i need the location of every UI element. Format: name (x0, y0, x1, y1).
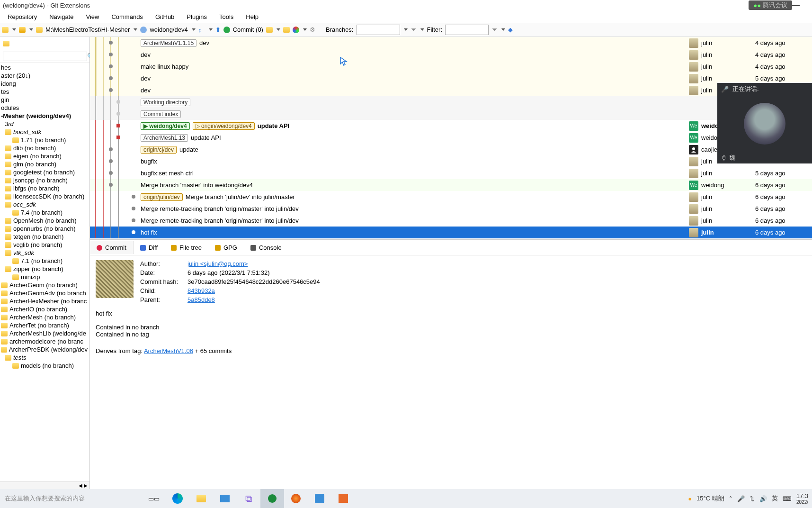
commit-row[interactable]: devjulin (90, 84, 812, 96)
tray-chevron-icon[interactable]: ˄ (729, 495, 732, 502)
task-view-icon[interactable]: ▭▭ (142, 489, 166, 508)
tab-commit[interactable]: Commit (90, 241, 134, 254)
tree-node[interactable]: aster (20↓) (0, 72, 89, 80)
tree-node[interactable]: ArcherIO (no branch) (0, 305, 89, 313)
tree-node[interactable]: vcglib (no branch) (0, 241, 89, 249)
tree-node[interactable]: zipper (no branch) (0, 265, 89, 273)
tree-search-input[interactable] (3, 52, 87, 61)
explorer-icon[interactable] (189, 489, 213, 508)
tree-node[interactable]: idong (0, 80, 89, 88)
tray-volume-icon[interactable]: 🔊 (759, 495, 767, 502)
tree-node[interactable]: glm (no branch) (0, 160, 89, 168)
ref-tag[interactable]: origin/cj/dev (141, 146, 177, 154)
tree-node[interactable]: tes (0, 88, 89, 96)
menu-github[interactable]: GitHub (150, 11, 180, 22)
refresh-color-icon[interactable] (293, 27, 299, 33)
tree-node[interactable]: ArcherHexMesher (no branc (0, 297, 89, 305)
tree-node[interactable]: -Mesher (weidong/dev4) (0, 112, 89, 120)
tree-node[interactable]: 7.1 (no branch) (0, 257, 89, 265)
tree-node[interactable]: boost_sdk (0, 128, 89, 136)
keyboard-icon[interactable]: ⌨ (783, 495, 792, 502)
tree-node[interactable]: minizip (0, 273, 89, 281)
tree-node[interactable]: ArcherMesh (no branch) (0, 313, 89, 321)
tree-node[interactable]: jsoncpp (no branch) (0, 176, 89, 184)
tree-node[interactable]: opennurbs (no branch) (0, 225, 89, 233)
tree-root-icon[interactable] (3, 41, 9, 46)
commit-row[interactable]: Merge remote-tracking branch 'origin/mas… (90, 215, 812, 227)
menu-plugins[interactable]: Plugins (181, 11, 213, 22)
ref-tag[interactable]: ▶ weidong/dev4 (141, 122, 190, 130)
ref-tag[interactable]: ▷ origin/weidong/dev4 (193, 122, 255, 130)
commit-row[interactable]: origin/cj/devupdatecaojie199 (90, 144, 812, 155)
tree-node[interactable]: gin (0, 96, 89, 104)
tree-node[interactable]: googletest (no branch) (0, 168, 89, 176)
settings-gear-icon[interactable]: ⚙ (310, 26, 315, 33)
tray-mic-icon[interactable]: 🎤 (737, 495, 745, 502)
tree-node[interactable]: occ_sdk (0, 200, 89, 209)
tree-node[interactable]: ArcherPreSDK (weidong/dev (0, 345, 89, 354)
derives-tag-link[interactable]: ArcherMeshV1.06 (144, 347, 193, 354)
commit-row[interactable]: Merge remote-tracking branch 'origin/mas… (90, 203, 812, 215)
clock-time[interactable]: 17:3 (796, 492, 808, 499)
commit-row[interactable]: Merge branch 'master' into weidong/dev4W… (90, 179, 812, 191)
tree-node[interactable]: models (no branch) (0, 362, 89, 370)
commit-list[interactable]: ArcherMeshV1.1.15devjulin4 days agodevju… (90, 37, 812, 239)
value-author[interactable]: julin <sjulin@qq.com> (187, 260, 320, 267)
tree-node[interactable]: dlib (no branch) (0, 144, 89, 152)
value-parent[interactable]: 5a85dde8 (187, 296, 320, 303)
commit-row[interactable]: ArcherMeshV1.1.15devjulin4 days ago (90, 37, 812, 49)
edge-icon[interactable] (166, 489, 189, 508)
ref-tag[interactable]: Commit index (141, 110, 181, 118)
menu-navigate[interactable]: Navigate (44, 11, 79, 22)
branches-input[interactable] (357, 25, 400, 35)
menu-view[interactable]: View (80, 11, 105, 22)
globe-icon[interactable] (140, 27, 147, 33)
repo-tree[interactable]: hesaster (20↓)idongtesginodules-Mesher (… (0, 63, 89, 481)
commit-row[interactable]: ArcherMesh1.13update APIWeweidong (90, 132, 812, 144)
tab-gpg[interactable]: GPG (208, 241, 244, 254)
tab-diff[interactable]: Diff (134, 241, 164, 254)
commit-row[interactable]: devjulin4 days ago (90, 49, 812, 61)
tab-file-tree[interactable]: File tree (164, 241, 208, 254)
commit-row[interactable]: bugfix:set mesh ctrljulin5 days ago (90, 167, 812, 179)
ref-tag[interactable]: ArcherMeshV1.1.15 (141, 39, 196, 47)
menu-help[interactable]: Help (240, 11, 264, 22)
tree-node[interactable]: tetgen (no branch) (0, 233, 89, 241)
visual-studio-icon[interactable]: ⧉ (237, 489, 260, 508)
commit-row[interactable]: bugfixjulin (90, 155, 812, 167)
tree-node[interactable]: ArcherGeom (no branch) (0, 281, 89, 289)
filter-funnel2-icon[interactable]: ⏷ (491, 26, 498, 33)
tree-node[interactable]: 3rd (0, 120, 89, 128)
open-icon[interactable] (2, 27, 9, 33)
tree-node[interactable]: OpenMesh (no branch) (0, 217, 89, 225)
tree-node[interactable]: ArcherMeshLib (weidong/de (0, 329, 89, 337)
ime-indicator[interactable]: 英 (772, 494, 778, 503)
tree-node[interactable]: tests (0, 354, 89, 362)
filter-funnel-icon[interactable]: ⏷ (410, 26, 417, 33)
tree-node[interactable]: archermodelcore (no branc (0, 337, 89, 345)
repo-path[interactable]: M:\MeshElectroTest\HI-Mesher (45, 26, 130, 33)
commit-row[interactable]: Commit index (90, 108, 812, 120)
commit-button[interactable]: Commit (0) (233, 26, 263, 33)
minimize-button[interactable]: — (792, 1, 809, 9)
commit-row[interactable]: Working directory (90, 96, 812, 108)
tree-node[interactable]: licenseccSDK (no branch) (0, 192, 89, 200)
commit-row[interactable]: devjulin5 days ago (90, 73, 812, 84)
nav-icon[interactable] (19, 27, 26, 33)
branch-name[interactable]: weidong/dev4 (150, 26, 187, 33)
clock-date[interactable]: 2022/ (796, 499, 808, 505)
tree-horizontal-scroll[interactable]: ◀ ▶ (0, 481, 89, 489)
filter-input[interactable] (445, 25, 489, 35)
tree-node[interactable]: eigen (no branch) (0, 152, 89, 160)
menu-tools[interactable]: Tools (214, 11, 239, 22)
tencent-meeting-icon[interactable] (308, 489, 331, 508)
tree-node[interactable]: odules (0, 104, 89, 112)
browse-icon[interactable] (283, 27, 290, 33)
ref-tag[interactable]: ArcherMesh1.13 (141, 134, 188, 142)
ref-tag[interactable]: origin/julin/dev (141, 193, 183, 201)
branch-icon[interactable]: ↕ (198, 27, 205, 33)
tree-node[interactable]: lbfgs (no branch) (0, 184, 89, 192)
tree-node[interactable]: hes (0, 64, 89, 72)
taskbar-search[interactable]: 在这里输入你想要搜索的内容 (0, 494, 142, 503)
tencent-meeting-overlay[interactable]: 🎤 正在讲话: 🎙 魏 (717, 83, 812, 163)
